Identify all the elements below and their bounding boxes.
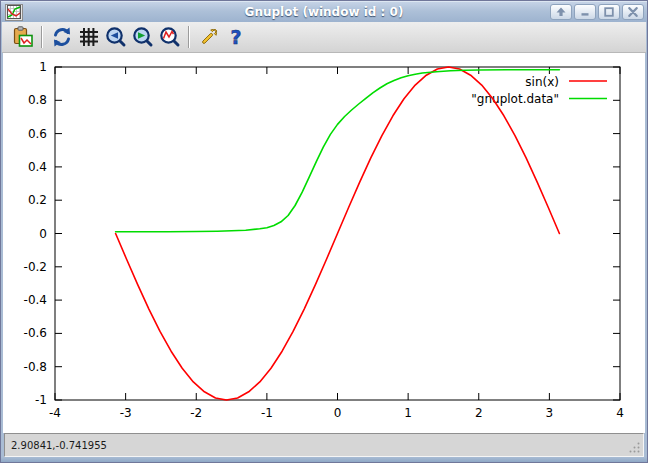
x-tick-label: -3 <box>120 406 132 420</box>
previous-zoom-button[interactable] <box>102 24 129 51</box>
magnifier-plot-icon <box>158 25 182 49</box>
legend-label: sin(x) <box>525 75 559 89</box>
close-button[interactable] <box>622 4 644 20</box>
titlebar[interactable]: Gnuplot (window id : 0) <box>1 1 647 22</box>
maximize-icon <box>603 7 615 17</box>
toolbar: ? <box>2 22 646 53</box>
window-bottom-frame <box>1 457 647 462</box>
y-tick-label: -1 <box>35 393 47 407</box>
plot-canvas[interactable]: -4-3-2-101234-1-0.8-0.6-0.4-0.200.20.40.… <box>3 53 645 433</box>
wrench-icon <box>197 25 221 49</box>
toolbar-separator <box>41 26 43 48</box>
help-button[interactable]: ? <box>222 24 249 51</box>
resize-grip[interactable] <box>628 441 641 454</box>
y-tick-label: 0.4 <box>28 160 47 174</box>
settings-button[interactable] <box>195 24 222 51</box>
x-tick-label: 2 <box>475 406 483 420</box>
gnuplot-chart-icon <box>7 5 21 19</box>
svg-text:?: ? <box>230 26 241 48</box>
toolbar-separator <box>188 26 190 48</box>
arrow-up-icon <box>555 7 567 17</box>
y-tick-label: -0.6 <box>24 326 47 340</box>
window-controls <box>550 4 644 20</box>
next-zoom-button[interactable] <box>129 24 156 51</box>
grid-icon <box>77 25 101 49</box>
question-mark-icon: ? <box>224 25 248 49</box>
sin-curve <box>116 67 560 400</box>
y-tick-label: 0 <box>39 227 47 241</box>
minimize-icon <box>579 7 591 17</box>
y-tick-label: 0.2 <box>28 193 47 207</box>
x-tick-label: 4 <box>616 406 624 420</box>
x-tick-label: -2 <box>190 406 202 420</box>
y-tick-label: -0.4 <box>24 293 47 307</box>
clipboard-plot-icon <box>11 25 35 49</box>
legend-label: "gnuplot.data" <box>471 92 559 106</box>
plot-svg[interactable]: -4-3-2-101234-1-0.8-0.6-0.4-0.200.20.40.… <box>3 53 645 433</box>
cursor-coordinates: 2.90841,-0.741955 <box>5 440 107 451</box>
replot-button[interactable] <box>48 24 75 51</box>
x-tick-label: 3 <box>546 406 554 420</box>
magnifier-left-arrow-icon <box>104 25 128 49</box>
x-tick-label: -4 <box>49 406 61 420</box>
toggle-grid-button[interactable] <box>75 24 102 51</box>
shade-button[interactable] <box>550 4 572 20</box>
refresh-icon <box>50 25 74 49</box>
window-icon[interactable] <box>5 4 23 21</box>
y-tick-label: 1 <box>39 60 47 74</box>
y-tick-label: 0.6 <box>28 127 47 141</box>
y-tick-label: -0.8 <box>24 360 47 374</box>
autoscale-button[interactable] <box>156 24 183 51</box>
y-tick-label: -0.2 <box>24 260 47 274</box>
x-tick-label: -1 <box>261 406 273 420</box>
statusbar: 2.90841,-0.741955 <box>4 433 644 457</box>
x-tick-label: 1 <box>404 406 412 420</box>
gnuplot-window: Gnuplot (window id : 0) <box>0 0 648 463</box>
magnifier-right-arrow-icon <box>131 25 155 49</box>
close-icon <box>627 7 639 17</box>
maximize-button[interactable] <box>598 4 620 20</box>
copy-to-clipboard-button[interactable] <box>9 24 36 51</box>
y-tick-label: 0.8 <box>28 93 47 107</box>
minimize-button[interactable] <box>574 4 596 20</box>
x-tick-label: 0 <box>334 406 342 420</box>
